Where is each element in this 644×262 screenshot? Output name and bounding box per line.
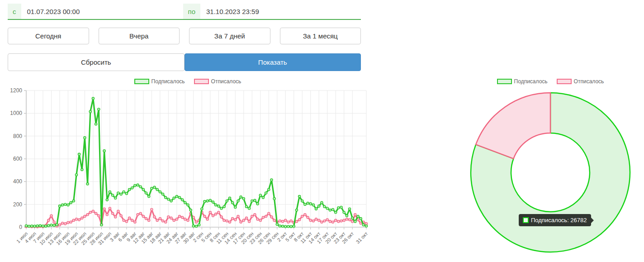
last-7-days-button[interactable]: За 7 дней bbox=[189, 28, 270, 44]
subscriptions-donut-chart[interactable] bbox=[466, 88, 635, 257]
action-buttons-row: Сбросить Показать bbox=[8, 53, 361, 71]
svg-text:31 окт: 31 окт bbox=[355, 231, 369, 245]
svg-text:200: 200 bbox=[13, 201, 22, 208]
subscribed-swatch-icon bbox=[134, 79, 149, 84]
subscribed-swatch-icon bbox=[497, 79, 512, 84]
subscriptions-line-chart[interactable]: 0200400600800100012001 июл4 июл7 июл10 и… bbox=[7, 86, 369, 260]
legend-item-subscribed[interactable]: Подписалось bbox=[134, 78, 185, 85]
line-chart-legend: Подписалось Отписалось bbox=[7, 77, 369, 86]
svg-text:800: 800 bbox=[13, 133, 22, 139]
last-month-button[interactable]: За 1 месяц bbox=[280, 28, 361, 44]
legend-item-subscribed[interactable]: Подписалось bbox=[497, 78, 548, 85]
svg-text:1200: 1200 bbox=[10, 87, 22, 94]
legend-item-unsubscribed[interactable]: Отписалось bbox=[557, 78, 604, 85]
svg-text:400: 400 bbox=[13, 178, 22, 185]
tooltip-subscribed-swatch-icon bbox=[523, 217, 529, 223]
legend-label: Отписалось bbox=[211, 78, 242, 85]
svg-text:600: 600 bbox=[13, 156, 22, 162]
legend-label: Подписалось bbox=[152, 78, 185, 85]
unsubscribed-swatch-icon bbox=[194, 79, 209, 84]
quick-range-buttons: Сегодня Вчера За 7 дней За 1 месяц bbox=[8, 28, 361, 44]
date-from-label: с bbox=[8, 4, 21, 19]
controls-panel: с по Сегодня Вчера За 7 дней За 1 месяц … bbox=[8, 4, 361, 71]
legend-item-unsubscribed[interactable]: Отписалось bbox=[194, 78, 242, 85]
date-from-input[interactable] bbox=[21, 4, 182, 19]
date-to-input[interactable] bbox=[200, 4, 361, 19]
legend-label: Подписалось bbox=[514, 78, 548, 85]
yesterday-button[interactable]: Вчера bbox=[99, 28, 180, 44]
today-button[interactable]: Сегодня bbox=[8, 28, 89, 44]
subscriptions-line-chart-panel: Подписалось Отписалось 02004006008001000… bbox=[7, 77, 369, 262]
svg-text:0: 0 bbox=[19, 224, 22, 230]
donut-chart-legend: Подписалось Отписалось bbox=[466, 77, 635, 86]
svg-text:1000: 1000 bbox=[10, 110, 22, 116]
date-to-label: по bbox=[183, 4, 200, 19]
chart-tooltip: Подписалось: 26782 bbox=[519, 214, 591, 226]
show-button[interactable]: Показать bbox=[185, 53, 361, 71]
unsubscribed-swatch-icon bbox=[557, 79, 572, 84]
reset-button[interactable]: Сбросить bbox=[8, 53, 185, 71]
tooltip-text: Подписалось: 26782 bbox=[531, 217, 587, 224]
subscriptions-donut-panel: Подписалось Отписалось Подписалось: 2678… bbox=[466, 77, 635, 257]
tooltip-caret bbox=[591, 218, 594, 223]
legend-label: Отписалось bbox=[574, 78, 604, 85]
date-range-row: с по bbox=[8, 4, 361, 20]
